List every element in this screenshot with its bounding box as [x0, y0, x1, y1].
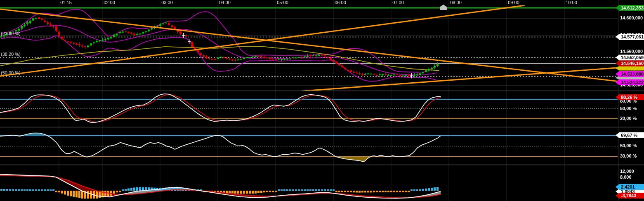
price-tag: 14.552,059	[616, 55, 644, 60]
fib-level-label: (23,60 %)	[1, 31, 21, 36]
price-tag: 14.612,353	[616, 5, 644, 11]
macd-scale-label: 8,000	[620, 175, 632, 179]
rsi-scale-label: 50,00 %	[620, 143, 637, 148]
chart-overlay: (23,60 %)(38,20 %)(50,00 %)14.600,00014.…	[0, 0, 644, 201]
time-axis-label: 10:00	[566, 0, 577, 5]
fib-level-label: (38,20 %)	[1, 52, 21, 57]
fib-level-label: (50,00 %)	[1, 70, 21, 75]
time-axis-label: 03:00	[161, 0, 173, 5]
time-axis-label: 07:00	[392, 0, 404, 5]
time-axis-label: 04:00	[219, 0, 231, 5]
rsi-scale-label: 30,00 %	[620, 153, 637, 158]
time-axis-label: 05:00	[277, 0, 288, 5]
rsi-value-tag: 69,67 %	[616, 132, 644, 138]
time-axis-label: 09:00	[508, 0, 519, 5]
macd-value-tag: -3,7843	[616, 193, 644, 199]
price-scale-label: 14.600,000	[620, 15, 643, 20]
stoch-scale-label: 50,00 %	[620, 106, 637, 111]
price-tag: 14.524,222	[616, 79, 644, 85]
price-scale-label: 14.560,000	[620, 49, 643, 54]
chart-window: (23,60 %)(38,20 %)(50,00 %)14.600,00014.…	[0, 0, 644, 201]
macd-value-tag: 2,4201	[616, 184, 644, 190]
time-axis[interactable]: 01:1502:0003:0004:0005:0006:0007:0008:00…	[0, 0, 619, 6]
price-tag: 14.533,888	[616, 71, 644, 77]
macd-scale-label: 12,000	[620, 169, 634, 174]
price-tag: 14.577,061	[616, 34, 644, 40]
time-axis-label: 01:15	[60, 0, 72, 5]
time-axis-label: 06:00	[335, 0, 346, 5]
stoch-scale-label: 20,00 %	[620, 116, 637, 121]
stoch-value-tag: 88,26 %	[616, 94, 644, 100]
price-tag: 14.546,160	[616, 60, 644, 67]
time-axis-label: 08:00	[450, 0, 462, 5]
time-axis-label: 02:00	[104, 0, 115, 5]
price-tag	[616, 66, 644, 71]
